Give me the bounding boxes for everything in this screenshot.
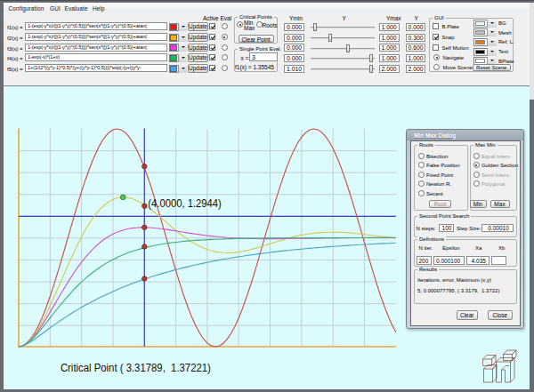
svg-text:Critical Point ( 3.31789, 1.3: Critical Point ( 3.31789, 1.37221): [61, 362, 211, 374]
svg-text:(4.0000, 1.2944): (4.0000, 1.2944): [148, 197, 222, 210]
